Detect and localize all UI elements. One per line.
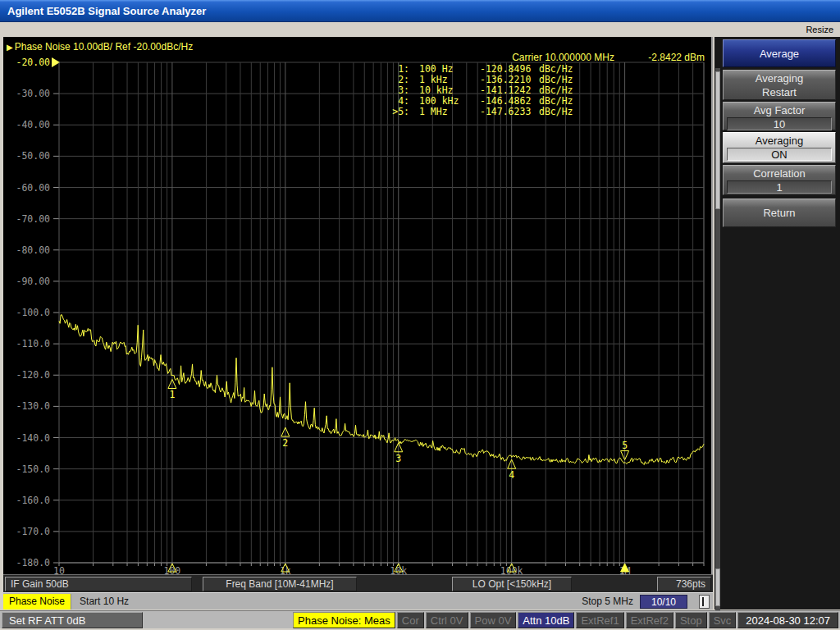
svg-text:-60.00: -60.00: [16, 182, 50, 194]
active-trace-arrow-icon: ▶: [7, 43, 13, 52]
dc-power-indicator: Pow 0V: [470, 612, 517, 628]
svg-text:10k: 10k: [390, 565, 407, 574]
carrier-frequency: Carrier 10.000000 MHz: [512, 52, 614, 63]
svg-text:1: 1: [169, 389, 175, 400]
svg-text:100: 100: [164, 565, 181, 574]
averaging-restart-button[interactable]: Averaging Restart: [723, 70, 836, 100]
svg-text:-170.0: -170.0: [16, 526, 50, 537]
average-count-badge: 10/10: [640, 595, 687, 609]
softkey-scrollbar-thumb[interactable]: [715, 71, 720, 209]
menu-title-average: Average: [723, 39, 836, 67]
if-gain-indicator: IF Gain 50dB: [5, 577, 192, 591]
start-frequency-label: Start 10 Hz: [80, 596, 129, 607]
message-box: Set RF ATT 0dB: [2, 612, 143, 628]
carrier-power: -2.8422 dBm: [648, 52, 705, 63]
lo-opt-indicator: LO Opt [<150kHz]: [452, 577, 572, 591]
svg-text:-130.0: -130.0: [16, 400, 50, 412]
svg-text:-160.0: -160.0: [16, 495, 50, 506]
svg-text:-110.0: -110.0: [16, 338, 50, 349]
sweep-status-row: Phase Noise Start 10 Hz Stop 5 MHz 10/10: [3, 592, 713, 609]
trace-scale-label: ▶Phase Noise 10.00dB/ Ref -20.00dBc/Hz: [7, 41, 193, 52]
return-button[interactable]: Return: [723, 199, 836, 227]
svg-text:100k: 100k: [500, 565, 523, 574]
ext-ref2-indicator: ExtRef2: [626, 612, 673, 628]
correlation-button[interactable]: Correlation 1: [723, 165, 836, 195]
dc-control-indicator: Ctrl 0V: [426, 612, 468, 628]
window-title: Agilent E5052B Signal Source Analyzer: [7, 5, 206, 17]
svg-text:-40.00: -40.00: [16, 119, 50, 130]
resize-button[interactable]: Resize: [806, 25, 833, 34]
points-indicator: 736pts: [657, 577, 711, 591]
sweep-progress-bar: [702, 597, 704, 606]
statusbar-cells: Phase Noise: Meas Cor Ctrl 0V Pow 0V Att…: [293, 612, 838, 628]
svg-text:-50.00: -50.00: [16, 150, 50, 162]
marker-row-active: >5:1 MHz-147.6233dBc/Hz: [387, 107, 573, 117]
svg-text:-90.00: -90.00: [16, 276, 50, 287]
averaging-state-value: ON: [727, 148, 832, 161]
ext-ref1-indicator: ExtRef1: [576, 612, 623, 628]
avg-factor-button[interactable]: Avg Factor 10: [723, 102, 836, 130]
avg-factor-value: 10: [727, 117, 832, 130]
svg-text:-30.00: -30.00: [16, 88, 50, 99]
measurement-screen: -20.00-30.00-40.00-50.00-60.00-70.00-80.…: [3, 37, 713, 574]
svg-text:5: 5: [622, 440, 628, 451]
marker-readout-table: 1:100 Hz-120.8496dBc/Hz 2:1 kHz-136.2210…: [387, 64, 573, 117]
svg-text:2: 2: [282, 437, 288, 449]
phase-noise-plot[interactable]: -20.00-30.00-40.00-50.00-60.00-70.00-80.…: [3, 37, 713, 574]
averaging-toggle-button[interactable]: Averaging ON: [723, 132, 836, 163]
softkey-scrollbar-end[interactable]: [715, 568, 720, 606]
svg-text:4: 4: [509, 469, 514, 481]
svg-text:-80.00: -80.00: [16, 244, 50, 256]
service-indicator: Svc: [709, 612, 737, 628]
measurement-state-indicator: Phase Noise: Meas: [293, 612, 395, 628]
svg-text:-20.00: -20.00: [16, 57, 50, 68]
svg-text:3: 3: [395, 453, 401, 464]
measurement-mode-badge: Phase Noise: [3, 594, 71, 609]
correlation-value: 1: [727, 180, 832, 194]
svg-text:-180.0: -180.0: [16, 557, 50, 568]
svg-text:-70.00: -70.00: [16, 213, 50, 225]
svg-text:-140.0: -140.0: [16, 432, 50, 444]
correction-indicator: Cor: [397, 612, 424, 628]
svg-text:10: 10: [53, 565, 65, 574]
measurement-status-row: IF Gain 50dB Freq Band [10M-41MHz] LO Op…: [3, 574, 713, 592]
svg-text:-120.0: -120.0: [16, 369, 50, 381]
svg-text:-100.0: -100.0: [16, 307, 50, 318]
softkey-menu: Average Averaging Restart Avg Factor 10 …: [714, 37, 840, 609]
attenuator-indicator: Attn 10dB: [518, 612, 574, 628]
carrier-readout: Carrier 10.000000 MHz -2.8422 dBm: [512, 52, 705, 63]
stop-indicator: Stop: [675, 612, 707, 628]
freq-band-indicator: Freq Band [10M-41MHz]: [203, 577, 357, 591]
sweep-progress-indicator: [699, 595, 710, 609]
instrument-status-bar: Set RF ATT 0dB Phase Noise: Meas Cor Ctr…: [0, 610, 840, 628]
svg-text:1k: 1k: [280, 565, 291, 574]
stop-frequency-label: Stop 5 MHz: [582, 596, 633, 607]
window-titlebar: Agilent E5052B Signal Source Analyzer: [0, 0, 840, 22]
datetime-display: 2024-08-30 12:07: [737, 612, 838, 628]
svg-text:-150.0: -150.0: [16, 463, 50, 475]
